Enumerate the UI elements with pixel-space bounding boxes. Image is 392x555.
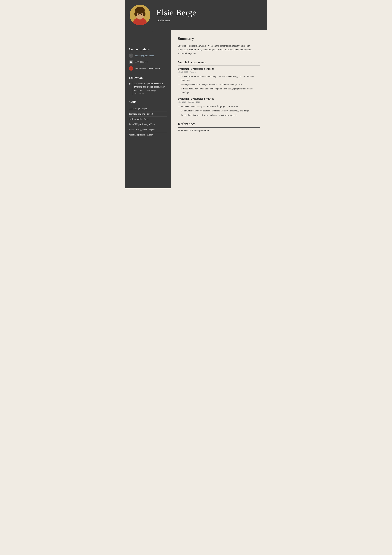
candidate-title: Draftsman	[157, 19, 196, 22]
job-2-date: May 2021 - February 2023	[178, 101, 260, 103]
job-1-date: March 2023 - Present	[178, 71, 260, 73]
location-text: North Elsefurt, 76904, Hawaii	[135, 67, 160, 70]
skill-item: CAD design - Expert	[129, 106, 167, 111]
education-title: Education	[129, 76, 167, 80]
summary-title: Summary	[178, 37, 260, 42]
job-1-bullet-1: Gained extensive experience in the prepa…	[181, 75, 260, 82]
job-1-bullet-2: Developed detailed drawings for commerci…	[181, 83, 260, 86]
location-item: ● North Elsefurt, 76904, Hawaii	[129, 66, 167, 71]
main-content: Summary Experienced draftsman with 8+ ye…	[171, 30, 267, 143]
email-link[interactable]: elsieberge@gmail.com	[135, 54, 154, 57]
summary-text: Experienced draftsman with 8+ years in t…	[178, 44, 260, 55]
header-info: Elsie Berge Draftsman	[157, 8, 196, 22]
summary-section: Summary Experienced draftsman with 8+ ye…	[178, 37, 260, 55]
job-2-bullet-2: Communicated with project teams to ensur…	[181, 109, 260, 113]
skill-item: Machine operation - Expert	[129, 132, 167, 137]
resume-document: Elsie Berge Draftsman Contact Details ✉ …	[125, 0, 267, 190]
edu-school: Pima Community College	[134, 89, 167, 92]
references-text: References available upon request	[178, 129, 260, 132]
job-1-title: Draftsman, Draftertech Solutions	[178, 67, 260, 70]
skill-item: Project management - Expert	[129, 127, 167, 132]
job-2-bullets: Produced 3D renderings and animations fo…	[178, 105, 260, 117]
skill-item: Technical drawing - Expert	[129, 111, 167, 117]
resume-body: Contact Details ✉ elsieberge@gmail.com ☎…	[125, 30, 267, 188]
job-1-bullets: Gained extensive experience in the prepa…	[178, 75, 260, 94]
job-2-bullet-3: Prepared detailed specifications and cos…	[181, 114, 260, 117]
email-item: ✉ elsieberge@gmail.com	[129, 53, 167, 58]
svg-point-5	[134, 11, 137, 16]
candidate-name: Elsie Berge	[157, 8, 196, 17]
skills-title: Skills	[129, 100, 167, 104]
svg-point-9	[138, 14, 139, 15]
avatar	[130, 5, 150, 25]
svg-point-6	[143, 11, 145, 16]
work-experience-section: Work Experience Draftsman, Draftertech S…	[178, 60, 260, 117]
references-section: References References available upon req…	[178, 122, 260, 132]
sidebar: Contact Details ✉ elsieberge@gmail.com ☎…	[125, 30, 171, 188]
svg-point-11	[139, 15, 140, 16]
references-title: References	[178, 122, 260, 128]
email-icon: ✉	[129, 53, 133, 58]
edu-bullet	[129, 83, 130, 85]
phone-item: ☎ (877) 091 9405	[129, 60, 167, 64]
edu-degree: Associate of Applied Science in Drafting…	[134, 82, 167, 88]
contact-title: Contact Details	[129, 47, 167, 51]
job-1-bullet-3: Utilized AutoCAD, Revit, and other compu…	[181, 87, 260, 94]
job-1: Draftsman, Draftertech Solutions March 2…	[178, 67, 260, 94]
chevron-decoration	[125, 25, 171, 33]
work-experience-title: Work Experience	[178, 60, 260, 66]
location-icon: ●	[129, 66, 133, 71]
contact-section: Contact Details ✉ elsieberge@gmail.com ☎…	[129, 47, 167, 71]
edu-years: 2017 - 2021	[134, 92, 167, 95]
svg-point-10	[141, 14, 142, 15]
phone-icon: ☎	[129, 60, 133, 64]
skills-section: Skills CAD design - Expert Technical dra…	[129, 100, 167, 137]
edu-details: Associate of Applied Science in Drafting…	[132, 82, 167, 95]
education-item: Associate of Applied Science in Drafting…	[129, 82, 167, 95]
skill-item: Drafting skills - Expert	[129, 117, 167, 122]
education-section: Education Associate of Applied Science i…	[129, 76, 167, 95]
phone-text: (877) 091 9405	[135, 61, 148, 63]
job-2-title: Draftsman, Draftertech Solutions	[178, 97, 260, 100]
skill-item: AutoCAD proficiency - Expert	[129, 122, 167, 127]
job-2: Draftsman, Draftertech Solutions May 202…	[178, 97, 260, 117]
job-2-bullet-1: Produced 3D renderings and animations fo…	[181, 105, 260, 108]
